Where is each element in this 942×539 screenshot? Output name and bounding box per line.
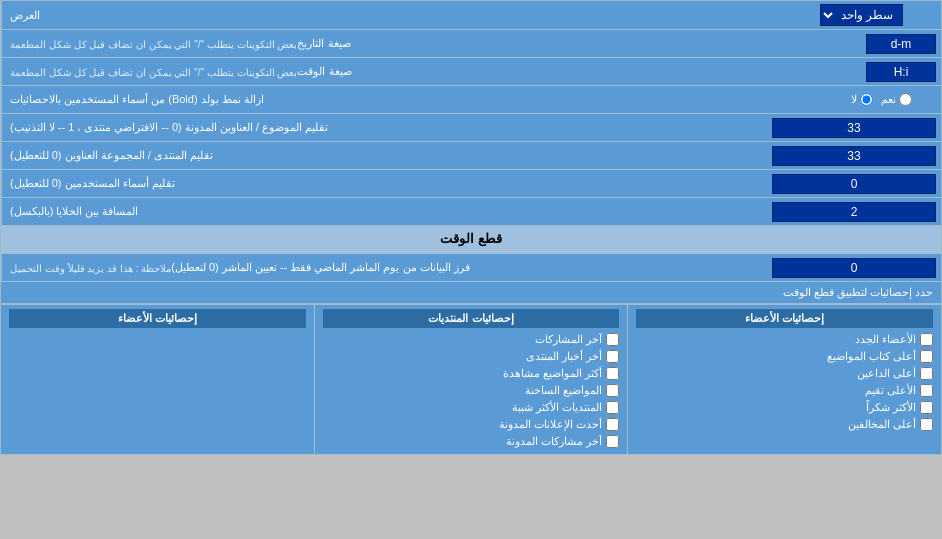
checkboxes-section: إحصائيات الأعضاء الأعضاء الجدد أعلى كتاب… — [1, 304, 941, 454]
realtime-input[interactable] — [772, 258, 936, 278]
date-format-label: صيغة التاريخ بعض التكوينات يتطلب "/" الت… — [1, 30, 861, 57]
time-format-cell — [861, 58, 941, 85]
bold-no-radio[interactable] — [860, 93, 873, 106]
topics-cell — [767, 114, 941, 141]
display-mode-cell: سطر واحد جدول متعدد — [781, 1, 941, 29]
realtime-cell — [767, 254, 941, 281]
bold-cell: نعم لا — [821, 86, 941, 113]
topics-label: تقليم الموضوع / العناوين المدونة (0 -- ا… — [1, 114, 767, 141]
spacing-row: المسافة بين الخلايا (بالبكسل) — [1, 198, 941, 226]
check-top-topic-writers: أعلى كتاب المواضيع — [636, 348, 933, 365]
col-extra: إحصائيات الأعضاء — [1, 305, 314, 454]
forum-cell — [767, 142, 941, 169]
col-members-header: إحصائيات الأعضاء — [636, 309, 933, 328]
check-forum-news: أخر أخبار المنتدى — [323, 348, 620, 365]
time-format-row: صيغة الوقت بعض التكوينات يتطلب "/" التي … — [1, 58, 941, 86]
bold-yes-radio[interactable] — [899, 93, 912, 106]
spacing-cell — [767, 198, 941, 225]
time-format-input[interactable] — [866, 62, 936, 82]
forum-input[interactable] — [772, 146, 936, 166]
check-most-thanks: الأكثر شكراً — [636, 399, 933, 416]
section-realtime-title: قطع الوقت — [1, 226, 941, 253]
users-input[interactable] — [772, 174, 936, 194]
topics-row: تقليم الموضوع / العناوين المدونة (0 -- ا… — [1, 114, 941, 142]
spacing-label: المسافة بين الخلايا (بالبكسل) — [1, 198, 767, 225]
bold-no-label: لا — [851, 93, 873, 106]
date-format-cell — [861, 30, 941, 57]
forum-row: تقليم المنتدى / المجموعة العناوين (0 للت… — [1, 142, 941, 170]
check-last-posts: آخر المشاركات — [323, 331, 620, 348]
display-mode-label: العرض — [1, 1, 781, 29]
display-mode-select[interactable]: سطر واحد جدول متعدد — [820, 4, 903, 26]
bold-label: ازالة نمط بولد (Bold) من أسماء المستخدمي… — [1, 86, 821, 113]
realtime-row: فرز البيانات من يوم الماشر الماضي فقط --… — [1, 254, 941, 282]
topics-input[interactable] — [772, 118, 936, 138]
col-forums-header: إحصائيات المنتديات — [323, 309, 620, 328]
col-members: إحصائيات الأعضاء الأعضاء الجدد أعلى كتاب… — [627, 305, 941, 454]
col-forums: إحصائيات المنتديات آخر المشاركات أخر أخب… — [314, 305, 628, 454]
check-last-blog-posts: أخر مشاركات المدونة — [323, 433, 620, 450]
display-mode-row: العرض سطر واحد جدول متعدد — [1, 1, 941, 30]
section-realtime-row: قطع الوقت — [1, 226, 941, 254]
users-row: تقليم أسماء المستخدمين (0 للتعطيل) — [1, 170, 941, 198]
check-top-rated: الأعلى تقيم — [636, 382, 933, 399]
date-format-input[interactable] — [866, 34, 936, 54]
check-new-members: الأعضاء الجدد — [636, 331, 933, 348]
col-extra-header: إحصائيات الأعضاء — [9, 309, 306, 328]
check-top-violators: أعلى المخالفين — [636, 416, 933, 433]
realtime-label: فرز البيانات من يوم الماشر الماضي فقط --… — [1, 254, 767, 281]
check-latest-announcements: أحدث الإعلانات المدونة — [323, 416, 620, 433]
time-format-label: صيغة الوقت بعض التكوينات يتطلب "/" التي … — [1, 58, 861, 85]
check-most-viewed: أكثر المواضيع مشاهدة — [323, 365, 620, 382]
main-container: العرض سطر واحد جدول متعدد صيغة التاريخ ب… — [0, 0, 942, 455]
forum-label: تقليم المنتدى / المجموعة العناوين (0 للت… — [1, 142, 767, 169]
bold-row: ازالة نمط بولد (Bold) من أسماء المستخدمي… — [1, 86, 941, 114]
date-format-row: صيغة التاريخ بعض التكوينات يتطلب "/" الت… — [1, 30, 941, 58]
spacing-input[interactable] — [772, 202, 936, 222]
check-most-popular-forums: المنتديات الأكثر شببة — [323, 399, 620, 416]
bold-yes-label: نعم — [881, 93, 912, 106]
limit-row: حدد إحصائيات لتطبيق قطع الوقت — [1, 282, 941, 304]
check-hot-topics: المواضيع الساخنة — [323, 382, 620, 399]
check-top-inviters: أعلى الداعين — [636, 365, 933, 382]
users-cell — [767, 170, 941, 197]
users-label: تقليم أسماء المستخدمين (0 للتعطيل) — [1, 170, 767, 197]
